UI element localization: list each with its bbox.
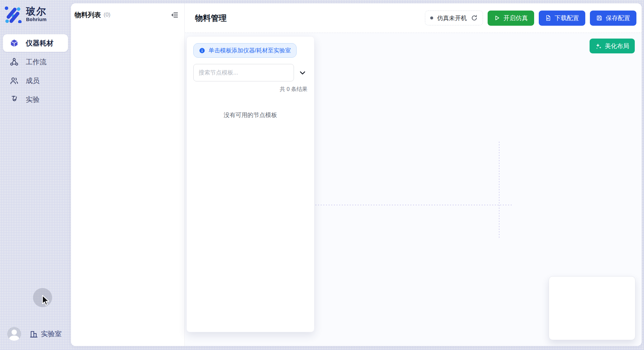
flow-canvas[interactable]: 单击模板添加仪器/耗材至实验室 共 0 条结果 没有可用的节点模板	[185, 33, 642, 346]
material-list-header: 物料列表 (0)	[71, 3, 184, 26]
members-icon	[10, 76, 18, 85]
status-text: 仿真未开机	[437, 14, 467, 22]
play-icon	[494, 15, 500, 21]
sidebar-item-experiment[interactable]: 实验	[3, 91, 68, 108]
material-list-panel: 物料列表 (0)	[71, 3, 185, 346]
material-list-count: (0)	[104, 12, 111, 18]
brand: 玻尔 Bohrium	[0, 0, 71, 23]
palette-hint-banner: 单击模板添加仪器/耗材至实验室	[193, 43, 297, 58]
palette-search-row	[193, 64, 307, 81]
canvas-guide-vertical	[499, 142, 499, 239]
building-icon	[30, 330, 38, 338]
main-card: 物料列表 (0) 物料管理 仿真未开机	[71, 3, 642, 346]
canvas-guide-horizontal	[315, 205, 512, 205]
beautify-layout-button[interactable]: 美化布局	[590, 39, 635, 53]
sidebar-item-label: 实验	[26, 95, 40, 104]
brand-name-zh: 玻尔	[26, 6, 47, 16]
sidebar-item-label: 成员	[26, 76, 40, 85]
sparkles-icon	[595, 43, 602, 49]
sidebar-item-instruments[interactable]: 仪器耗材	[3, 34, 68, 52]
material-list-title: 物料列表	[75, 11, 101, 19]
start-simulation-button[interactable]: 开启仿真	[488, 11, 534, 26]
brand-name-en: Bohrium	[26, 17, 47, 22]
download-config-button[interactable]: 下载配置	[539, 11, 585, 26]
save-config-button[interactable]: 保存配置	[590, 11, 636, 26]
simulation-status-pill: 仿真未开机	[425, 11, 483, 25]
collapse-panel-icon[interactable]	[170, 10, 179, 20]
sidebar-nav: 仪器耗材 工作流 成员	[0, 34, 71, 108]
sidebar-item-label: 仪器耗材	[26, 39, 53, 48]
canvas-minimap[interactable]	[549, 276, 635, 340]
sidebar-bottom: 实验室	[7, 327, 62, 341]
experiment-icon	[10, 95, 18, 104]
sidebar-item-workflow[interactable]: 工作流	[3, 53, 68, 71]
workflow-icon	[10, 58, 18, 66]
sidebar-item-members[interactable]: 成员	[3, 72, 68, 89]
sidebar-item-label: 工作流	[26, 57, 47, 67]
sidebar: 玻尔 Bohrium 仪器耗材 工作流	[0, 0, 71, 350]
search-result-count: 共 0 条结果	[193, 86, 307, 93]
chevron-down-icon[interactable]	[298, 68, 307, 78]
status-dot	[430, 16, 433, 19]
refresh-icon[interactable]	[471, 15, 478, 21]
header-actions: 仿真未开机 开启仿真	[425, 11, 636, 26]
user-avatar[interactable]	[7, 327, 21, 341]
empty-templates-message: 没有可用的节点模板	[193, 111, 307, 119]
page-title: 物料管理	[195, 13, 227, 23]
palette-hint-text: 单击模板添加仪器/耗材至实验室	[209, 46, 291, 54]
node-template-search-input[interactable]	[193, 64, 294, 81]
file-download-icon	[545, 15, 551, 21]
node-template-palette: 单击模板添加仪器/耗材至实验室 共 0 条结果 没有可用的节点模板	[186, 36, 314, 332]
cube-icon	[10, 39, 18, 47]
bohrium-logo-icon	[4, 5, 22, 23]
info-icon	[199, 47, 205, 54]
lab-link-label: 实验室	[41, 329, 62, 338]
page-header: 物料管理 仿真未开机 开启仿真	[185, 3, 642, 33]
save-icon	[596, 15, 602, 21]
lab-link[interactable]: 实验室	[30, 329, 62, 338]
